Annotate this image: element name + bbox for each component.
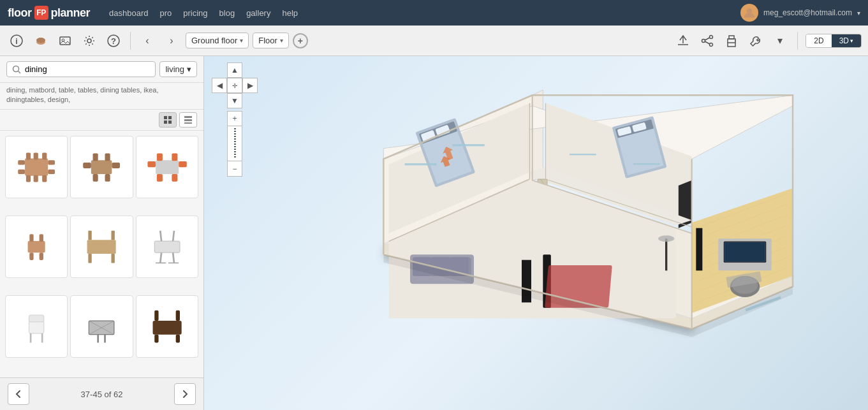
svg-line-14 xyxy=(705,41,710,44)
svg-rect-43 xyxy=(84,163,92,168)
svg-rect-29 xyxy=(34,152,38,159)
prev-floor-button[interactable]: ‹ xyxy=(137,31,158,51)
svg-rect-40 xyxy=(105,153,110,161)
help-button[interactable]: ? xyxy=(103,31,124,51)
svg-line-63 xyxy=(160,253,161,263)
view-dropdown[interactable]: Floor ▾ xyxy=(253,33,289,48)
zoom-in-button[interactable]: + xyxy=(227,111,242,126)
add-floor-button[interactable]: + xyxy=(293,33,308,48)
share-button[interactable] xyxy=(698,31,717,50)
view-3d-button[interactable]: 3D ▾ xyxy=(832,34,861,47)
svg-rect-110 xyxy=(570,154,596,156)
user-menu[interactable]: meg_escott@hotmail.com ▾ xyxy=(740,4,860,22)
nav-dashboard[interactable]: dashboard xyxy=(109,8,148,18)
nav-help[interactable]: help xyxy=(282,8,298,18)
furniture-item-8[interactable] xyxy=(70,295,133,358)
pan-up-button[interactable]: ▲ xyxy=(227,62,242,78)
furniture-item-7[interactable] xyxy=(5,295,68,358)
info-button[interactable]: i xyxy=(6,31,27,51)
search-tags: dining, matbord, table, tables, dining t… xyxy=(0,83,203,110)
page-info: 37-45 of 62 xyxy=(81,390,123,399)
svg-rect-52 xyxy=(28,241,45,253)
svg-rect-24 xyxy=(184,116,192,118)
furniture-item-5[interactable] xyxy=(70,216,133,278)
pan-center-button[interactable]: ✛ xyxy=(227,78,242,93)
list-view-button[interactable] xyxy=(179,112,197,128)
svg-rect-50 xyxy=(147,161,156,167)
zoom-out-button[interactable]: − xyxy=(227,161,242,177)
svg-rect-49 xyxy=(172,174,177,182)
prev-page-button[interactable] xyxy=(8,383,29,405)
svg-rect-37 xyxy=(48,170,55,174)
logo-icon: FP xyxy=(34,6,48,20)
view-2d-button[interactable]: 2D xyxy=(806,34,831,47)
pan-down-button[interactable]: ▼ xyxy=(227,93,242,108)
furniture-item-6[interactable] xyxy=(136,216,198,278)
svg-rect-135 xyxy=(696,228,702,270)
category-dropdown[interactable]: living ▾ xyxy=(159,61,197,77)
category-arrow: ▾ xyxy=(187,64,191,74)
furniture-item-2[interactable] xyxy=(70,136,133,198)
settings-button[interactable] xyxy=(79,31,99,51)
svg-rect-70 xyxy=(29,315,43,322)
svg-rect-45 xyxy=(156,160,179,174)
svg-rect-57 xyxy=(87,240,116,254)
map-controls: ▲ ◀ ✛ ▶ ▼ + − xyxy=(212,62,258,177)
svg-rect-32 xyxy=(34,175,38,182)
svg-text:i: i xyxy=(15,37,17,46)
svg-rect-23 xyxy=(168,121,172,124)
grid-view-button[interactable] xyxy=(159,112,177,128)
svg-rect-54 xyxy=(40,234,43,242)
logo-planner-text: planner xyxy=(51,6,91,20)
pagination: 37-45 of 62 xyxy=(0,377,203,410)
main-content: living ▾ dining, matbord, table, tables,… xyxy=(0,56,868,410)
svg-rect-26 xyxy=(184,122,192,124)
svg-rect-124 xyxy=(665,238,667,270)
furniture-item-4[interactable] xyxy=(5,216,68,278)
svg-rect-56 xyxy=(40,253,43,260)
svg-line-19 xyxy=(18,71,21,73)
next-page-button[interactable] xyxy=(174,383,196,405)
svg-rect-27 xyxy=(25,158,48,175)
svg-rect-16 xyxy=(729,36,734,39)
nav-blog[interactable]: blog xyxy=(219,8,235,18)
svg-line-64 xyxy=(173,253,174,263)
floor-dropdown[interactable]: Ground floor ▾ xyxy=(186,33,249,48)
svg-rect-59 xyxy=(112,254,115,263)
svg-rect-61 xyxy=(112,231,115,240)
logo-fp-text: floor xyxy=(8,6,32,20)
furniture-item-3[interactable] xyxy=(136,136,198,198)
svg-rect-22 xyxy=(164,121,167,124)
view-toggle: 2D 3D ▾ xyxy=(805,34,862,48)
logo[interactable]: floor FP planner xyxy=(8,6,90,20)
svg-rect-44 xyxy=(112,163,121,168)
furniture-item-1[interactable] xyxy=(5,136,68,198)
toolbar-separator-1 xyxy=(130,32,131,50)
print-button[interactable] xyxy=(722,31,741,50)
furniture-item-9[interactable] xyxy=(136,295,198,358)
svg-point-11 xyxy=(702,39,705,42)
svg-point-7 xyxy=(87,39,91,43)
top-navigation: floor FP planner dashboard pro pricing b… xyxy=(0,0,868,26)
next-floor-button[interactable]: › xyxy=(161,31,182,51)
svg-line-65 xyxy=(160,231,161,241)
svg-rect-34 xyxy=(18,160,25,165)
pan-right-button[interactable]: ▶ xyxy=(242,78,258,93)
nav-pricing[interactable]: pricing xyxy=(183,8,207,18)
more-options-button[interactable]: ▾ xyxy=(770,31,790,50)
pan-left-button[interactable]: ◀ xyxy=(212,78,227,93)
floor-plan-3d xyxy=(330,80,809,386)
wrench-button[interactable] xyxy=(746,31,765,50)
objects-button[interactable] xyxy=(31,31,51,51)
view-dropdown-arrow: ▾ xyxy=(280,37,283,44)
nav-gallery[interactable]: gallery xyxy=(246,8,270,18)
photos-button[interactable] xyxy=(55,31,75,51)
search-input[interactable] xyxy=(25,64,150,74)
export-button[interactable] xyxy=(673,31,693,50)
canvas-area[interactable]: ▲ ◀ ✛ ▶ ▼ + − xyxy=(204,56,868,410)
svg-rect-5 xyxy=(60,37,70,45)
toolbar-separator-2 xyxy=(797,32,798,50)
floor-label: Ground floor xyxy=(191,36,237,45)
search-input-wrap[interactable] xyxy=(6,61,156,77)
nav-pro[interactable]: pro xyxy=(159,8,172,18)
